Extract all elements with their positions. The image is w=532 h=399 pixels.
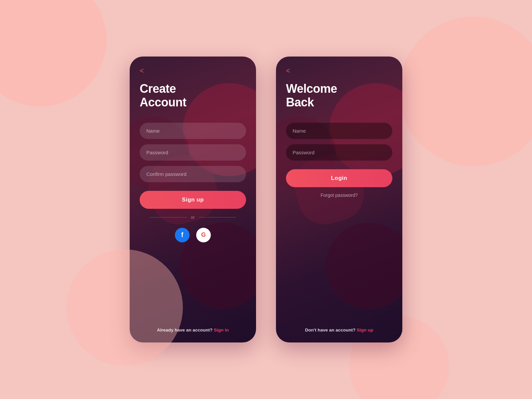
login-password-group	[286, 144, 392, 161]
signup-name-group	[140, 123, 246, 139]
signup-title: Create Account	[140, 82, 246, 109]
signup-password-input[interactable]	[140, 144, 246, 161]
login-bottom-text: Don't have an account? Sign up	[286, 328, 392, 332]
forgot-password-link[interactable]: Forgot password?	[286, 193, 392, 198]
social-row: f G	[140, 228, 246, 242]
signup-password-group	[140, 144, 246, 161]
signup-name-input[interactable]	[140, 123, 246, 139]
login-back-button[interactable]: <	[286, 66, 296, 75]
signup-link[interactable]: Sign up	[357, 328, 373, 332]
signup-confirm-password-group	[140, 166, 246, 182]
signup-bottom-text: Already have an account? Sign in	[140, 328, 246, 332]
login-card: < Welcome Back Login Forgot password? Do…	[276, 57, 402, 342]
login-name-input[interactable]	[286, 123, 392, 139]
google-login-button[interactable]: G	[196, 228, 211, 242]
login-password-input[interactable]	[286, 144, 392, 161]
facebook-login-button[interactable]: f	[175, 228, 190, 242]
signin-link[interactable]: Sign in	[214, 328, 229, 332]
or-divider: or	[150, 215, 236, 220]
login-title: Welcome Back	[286, 82, 392, 109]
signup-button[interactable]: Sign up	[140, 191, 246, 209]
login-button[interactable]: Login	[286, 169, 392, 187]
login-name-group	[286, 123, 392, 139]
signup-back-button[interactable]: <	[140, 66, 150, 75]
signup-confirm-password-input[interactable]	[140, 166, 246, 182]
signup-card: < Create Account Sign up or f G	[130, 57, 256, 342]
